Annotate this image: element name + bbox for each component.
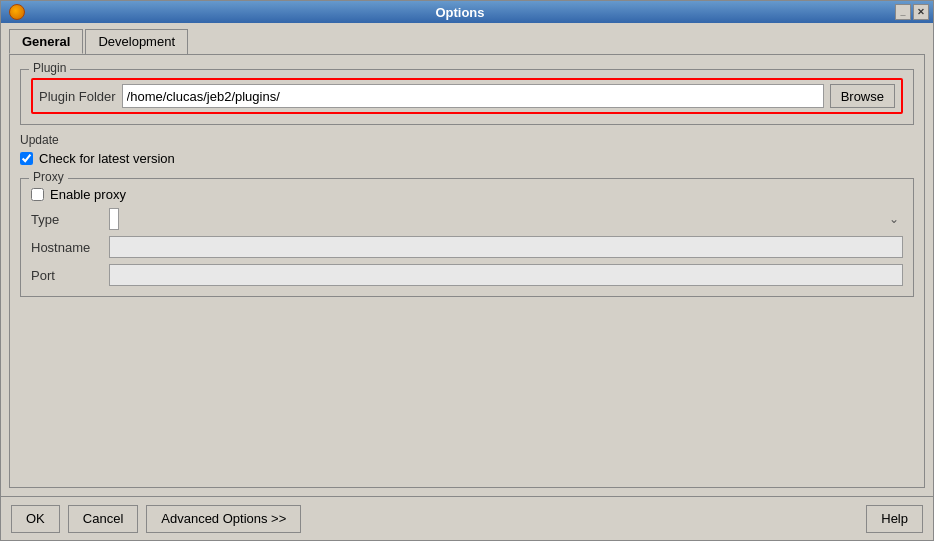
window-body: General Development Plugin Plugin Folder… [1, 23, 933, 496]
plugin-group-label: Plugin [29, 61, 70, 75]
enable-proxy-checkbox[interactable] [31, 188, 44, 201]
minimize-button[interactable]: _ [895, 4, 911, 20]
hostname-label: Hostname [31, 240, 101, 255]
titlebar: Options _ ✕ [1, 1, 933, 23]
advanced-options-button[interactable]: Advanced Options >> [146, 505, 301, 533]
type-label: Type [31, 212, 101, 227]
tab-development[interactable]: Development [85, 29, 188, 54]
plugin-folder-row: Plugin Folder Browse [31, 78, 903, 114]
tab-general[interactable]: General [9, 29, 83, 54]
cancel-button[interactable]: Cancel [68, 505, 138, 533]
enable-proxy-row: Enable proxy [31, 187, 903, 202]
plugin-folder-input[interactable] [122, 84, 824, 108]
window-title: Options [25, 5, 895, 20]
port-row: Port [31, 264, 903, 286]
tab-content-general: Plugin Plugin Folder Browse Update Check… [9, 54, 925, 488]
type-row: Type [31, 208, 903, 230]
proxy-group-label: Proxy [29, 170, 68, 184]
close-button[interactable]: ✕ [913, 4, 929, 20]
type-select[interactable] [109, 208, 119, 230]
update-title: Update [20, 133, 914, 147]
tab-bar: General Development [9, 29, 925, 54]
type-select-wrapper [109, 208, 903, 230]
footer: OK Cancel Advanced Options >> Help [1, 496, 933, 540]
hostname-row: Hostname [31, 236, 903, 258]
options-window: Options _ ✕ General Development Plugin P… [0, 0, 934, 541]
check-latest-row: Check for latest version [20, 151, 914, 166]
port-input[interactable] [109, 264, 903, 286]
plugin-group: Plugin Plugin Folder Browse [20, 69, 914, 125]
help-button[interactable]: Help [866, 505, 923, 533]
plugin-folder-label: Plugin Folder [39, 89, 116, 104]
window-controls: _ ✕ [895, 4, 929, 20]
app-icon [9, 4, 25, 20]
port-label: Port [31, 268, 101, 283]
check-latest-checkbox[interactable] [20, 152, 33, 165]
hostname-input[interactable] [109, 236, 903, 258]
proxy-inner: Enable proxy Type Hostname [31, 187, 903, 286]
proxy-group: Proxy Enable proxy Type [20, 178, 914, 297]
check-latest-label: Check for latest version [39, 151, 175, 166]
enable-proxy-label: Enable proxy [50, 187, 126, 202]
update-section: Update Check for latest version [20, 133, 914, 166]
ok-button[interactable]: OK [11, 505, 60, 533]
browse-button[interactable]: Browse [830, 84, 895, 108]
